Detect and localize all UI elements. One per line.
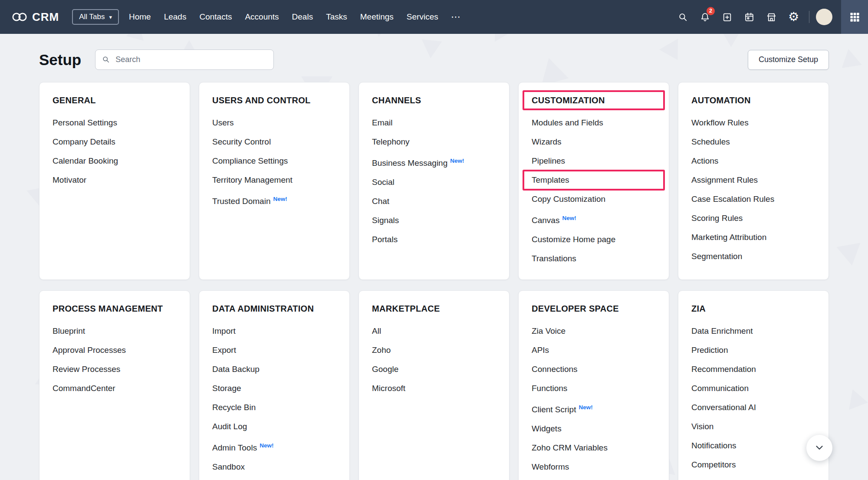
setup-link-recommendation[interactable]: Recommendation <box>691 360 815 379</box>
setup-link-label: Recommendation <box>691 365 756 374</box>
setup-link-data-backup[interactable]: Data Backup <box>212 360 336 379</box>
search-input[interactable] <box>95 49 274 70</box>
marketplace-button[interactable] <box>760 6 783 28</box>
new-badge: New! <box>579 404 592 411</box>
setup-link-zia-voice[interactable]: Zia Voice <box>532 322 656 341</box>
setup-link-zoho[interactable]: Zoho <box>372 341 496 360</box>
nav-item-meetings[interactable]: Meetings <box>354 8 400 26</box>
search-button[interactable] <box>672 6 694 28</box>
setup-link-pipelines[interactable]: Pipelines <box>532 151 656 171</box>
settings-button[interactable]: ⚙ <box>783 6 805 28</box>
setup-link-recycle-bin[interactable]: Recycle Bin <box>212 398 336 417</box>
setup-link-commandcenter[interactable]: CommandCenter <box>53 379 177 398</box>
setup-link-client-script[interactable]: Client ScriptNew! <box>532 398 656 419</box>
pattern-triangle <box>849 389 868 413</box>
setup-link-signals[interactable]: Signals <box>372 211 496 230</box>
setup-link-functions[interactable]: Functions <box>532 379 656 398</box>
setup-link-storage[interactable]: Storage <box>212 379 336 398</box>
setup-link-label: Google <box>372 365 398 374</box>
setup-link-templates[interactable]: Templates <box>532 171 656 190</box>
setup-link-label: Admin Tools <box>212 443 257 452</box>
setup-link-workflow-rules[interactable]: Workflow Rules <box>691 113 815 132</box>
setup-link-export[interactable]: Export <box>212 341 336 360</box>
scroll-down-button[interactable] <box>806 435 832 461</box>
setup-link-security-control[interactable]: Security Control <box>212 132 336 151</box>
setup-link-audit-log[interactable]: Audit Log <box>212 417 336 436</box>
quick-create-button[interactable] <box>716 6 738 28</box>
calendar-button[interactable] <box>738 6 760 28</box>
setup-link-segmentation[interactable]: Segmentation <box>691 247 815 266</box>
setup-link-assignment-rules[interactable]: Assignment Rules <box>691 171 815 190</box>
setup-link-widgets[interactable]: Widgets <box>532 419 656 438</box>
setup-link-chat[interactable]: Chat <box>372 192 496 211</box>
setup-link-label: Translations <box>532 254 576 263</box>
setup-link-motivator[interactable]: Motivator <box>53 171 177 190</box>
nav-item-services[interactable]: Services <box>400 8 445 26</box>
setup-link-label: Recycle Bin <box>212 403 256 412</box>
search-icon <box>102 55 110 64</box>
setup-link-email[interactable]: Email <box>372 113 496 132</box>
setup-link-business-messaging[interactable]: Business MessagingNew! <box>372 151 496 173</box>
setup-link-telephony[interactable]: Telephony <box>372 132 496 151</box>
setup-link-admin-tools[interactable]: Admin ToolsNew! <box>212 436 336 457</box>
setup-link-social[interactable]: Social <box>372 173 496 192</box>
setup-link-compliance-settings[interactable]: Compliance Settings <box>212 151 336 171</box>
setup-link-competitors[interactable]: Competitors <box>691 455 815 474</box>
setup-link-calendar-booking[interactable]: Calendar Booking <box>53 151 177 171</box>
card-list: ImportExportData BackupStorageRecycle Bi… <box>212 322 336 477</box>
setup-link-sandbox[interactable]: Sandbox <box>212 457 336 477</box>
setup-link-users[interactable]: Users <box>212 113 336 132</box>
setup-link-import[interactable]: Import <box>212 322 336 341</box>
setup-link-marketing-attribution[interactable]: Marketing Attribution <box>691 228 815 247</box>
new-badge: New! <box>562 215 576 221</box>
nav-item-tasks[interactable]: Tasks <box>319 8 354 26</box>
top-navbar: CRM All Tabs ▾ HomeLeadsContactsAccounts… <box>0 0 868 34</box>
setup-link-translations[interactable]: Translations <box>532 249 656 268</box>
setup-link-label: Compliance Settings <box>212 156 288 165</box>
setup-link-trusted-domain[interactable]: Trusted DomainNew! <box>212 190 336 211</box>
setup-link-zoho-crm-variables[interactable]: Zoho CRM Variables <box>532 438 656 457</box>
setup-link-case-escalation-rules[interactable]: Case Escalation Rules <box>691 190 815 209</box>
setup-link-label: Widgets <box>532 424 562 433</box>
setup-link-portals[interactable]: Portals <box>372 230 496 249</box>
setup-link-vision[interactable]: Vision <box>691 417 815 436</box>
notifications-button[interactable]: 2 <box>694 6 716 28</box>
setup-link-canvas[interactable]: CanvasNew! <box>532 209 656 230</box>
setup-link-webforms[interactable]: Webforms <box>532 457 656 477</box>
customize-setup-button[interactable]: Customize Setup <box>748 50 829 70</box>
setup-link-conversational-ai[interactable]: Conversational AI <box>691 398 815 417</box>
setup-link-all[interactable]: All <box>372 322 496 341</box>
setup-link-notifications[interactable]: Notifications <box>691 436 815 455</box>
setup-link-wizards[interactable]: Wizards <box>532 132 656 151</box>
setup-link-copy-customization[interactable]: Copy Customization <box>532 190 656 209</box>
setup-link-blueprint[interactable]: Blueprint <box>53 322 177 341</box>
all-tabs-dropdown[interactable]: All Tabs ▾ <box>72 9 119 25</box>
setup-link-communication[interactable]: Communication <box>691 379 815 398</box>
setup-link-prediction[interactable]: Prediction <box>691 341 815 360</box>
setup-link-company-details[interactable]: Company Details <box>53 132 177 151</box>
nav-item-leads[interactable]: Leads <box>158 8 193 26</box>
user-avatar[interactable] <box>816 9 832 25</box>
setup-link-customize-home-page[interactable]: Customize Home page <box>532 230 656 249</box>
setup-link-modules-and-fields[interactable]: Modules and Fields <box>532 113 656 132</box>
brand[interactable]: CRM <box>11 10 59 24</box>
setup-link-apis[interactable]: APIs <box>532 341 656 360</box>
setup-link-review-processes[interactable]: Review Processes <box>53 360 177 379</box>
nav-item-contacts[interactable]: Contacts <box>193 8 238 26</box>
setup-link-approval-processes[interactable]: Approval Processes <box>53 341 177 360</box>
nav-item-deals[interactable]: Deals <box>286 8 320 26</box>
setup-link-territory-management[interactable]: Territory Management <box>212 171 336 190</box>
nav-item-accounts[interactable]: Accounts <box>238 8 285 26</box>
setup-link-label: Calendar Booking <box>53 156 118 165</box>
setup-link-data-enrichment[interactable]: Data Enrichment <box>691 322 815 341</box>
setup-link-connections[interactable]: Connections <box>532 360 656 379</box>
setup-link-personal-settings[interactable]: Personal Settings <box>53 113 177 132</box>
setup-link-actions[interactable]: Actions <box>691 151 815 171</box>
setup-link-scoring-rules[interactable]: Scoring Rules <box>691 209 815 228</box>
setup-link-microsoft[interactable]: Microsoft <box>372 379 496 398</box>
nav-item-home[interactable]: Home <box>122 8 158 26</box>
setup-link-schedules[interactable]: Schedules <box>691 132 815 151</box>
nav-more-button[interactable]: ⋯ <box>445 11 467 23</box>
app-launcher-button[interactable] <box>841 0 868 34</box>
setup-link-google[interactable]: Google <box>372 360 496 379</box>
